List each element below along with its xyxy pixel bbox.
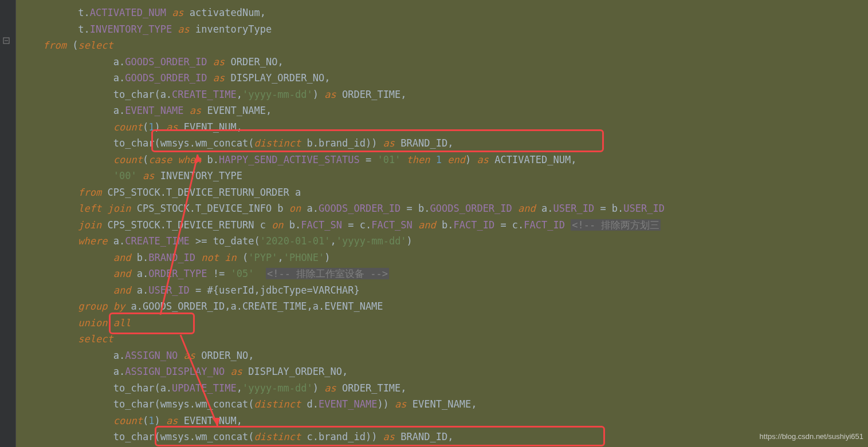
editor-gutter	[0, 0, 16, 447]
code-line: a.ASSIGN_DISPLAY_NO as DISPLAY_ORDER_NO,	[19, 363, 868, 380]
code-line: from (select	[19, 37, 868, 54]
code-line: to_char(a.CREATE_TIME,'yyyy-mm-dd') as O…	[19, 86, 868, 103]
fold-icon[interactable]	[2, 34, 11, 43]
code-line: where a.CREATE_TIME >= to_date('2020-01-…	[19, 233, 868, 250]
code-line: to_char(a.UPDATE_TIME,'yyyy-mm-dd') as O…	[19, 380, 868, 397]
code-line: a.ASSIGN_NO as ORDER_NO,	[19, 347, 868, 364]
code-editor[interactable]: t.ACTIVATED_NUM as activatedNum, t.INVEN…	[16, 0, 868, 447]
code-line: group by a.GOODS_ORDER_ID,a.CREATE_TIME,…	[19, 298, 868, 315]
code-line: from CPS_STOCK.T_DEVICE_RETURN_ORDER a	[19, 184, 868, 201]
code-line: a.GOODS_ORDER_ID as DISPLAY_ORDER_NO,	[19, 70, 868, 86]
code-line: count(1) as EVENT_NUM,	[19, 119, 868, 136]
code-line: and b.BRAND_ID not in ('PYP','PHONE')	[19, 250, 868, 266]
code-line: t.INVENTORY_TYPE as inventoryType	[19, 21, 868, 38]
code-line: and a.ORDER_TYPE != '05' <!-- 排除工作室设备 --…	[19, 266, 868, 282]
code-line: a.GOODS_ORDER_ID as ORDER_NO,	[19, 54, 868, 70]
watermark: https://blog.csdn.net/sushiyi651	[760, 429, 863, 445]
code-line: to_char(wmsys.wm_concat(distinct c.brand…	[19, 429, 868, 445]
code-line: count(1) as EVENT_NUM,	[19, 413, 868, 429]
code-line: a.EVENT_NAME as EVENT_NAME,	[19, 102, 868, 119]
code-line: join CPS_STOCK.T_DEVICE_RETURN c on b.FA…	[19, 217, 868, 234]
code-line: to_char(wmsys.wm_concat(distinct d.EVENT…	[19, 396, 868, 413]
code-line: left join CPS_STOCK.T_DEVICE_INFO b on a…	[19, 200, 868, 217]
code-line: union all	[19, 315, 868, 331]
code-line: t.ACTIVATED_NUM as activatedNum,	[19, 5, 868, 21]
code-line: and a.USER_ID = #{userId,jdbcType=VARCHA…	[19, 282, 868, 299]
code-line: '00' as INVENTORY_TYPE	[19, 168, 868, 184]
code-line: to_char(wmsys.wm_concat(distinct b.brand…	[19, 135, 868, 152]
code-line: count(case when b.HAPPY_SEND_ACTIVE_STAT…	[19, 152, 868, 168]
code-line: select	[19, 331, 868, 347]
